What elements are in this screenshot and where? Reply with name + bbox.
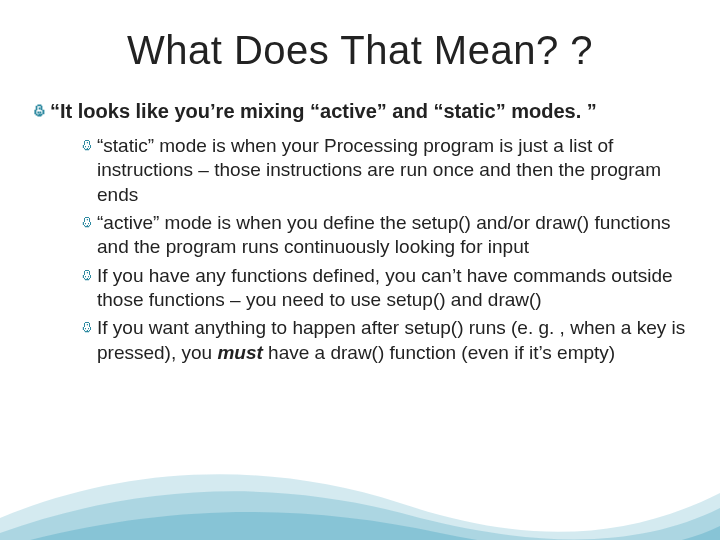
bullet-level2: ߷ If you have any functions defined, you…	[82, 264, 686, 313]
bullet-level2-text: “static” mode is when your Processing pr…	[97, 134, 686, 207]
slide: What Does That Mean? ? ߷ “It looks like …	[0, 28, 720, 540]
bullet-level2-text: If you want anything to happen after set…	[97, 316, 686, 365]
bullet-icon: ߷	[82, 134, 91, 158]
decorative-wave	[0, 448, 720, 540]
bullet-icon: ߷	[34, 99, 44, 123]
bullet-level2-text: If you have any functions defined, you c…	[97, 264, 686, 313]
slide-content: ߷ “It looks like you’re mixing “active” …	[0, 99, 720, 365]
sub-bullet-list: ߷ “static” mode is when your Processing …	[34, 134, 686, 365]
text-post: have a draw() function (even if it’s emp…	[263, 342, 615, 363]
bullet-level1: ߷ “It looks like you’re mixing “active” …	[34, 99, 686, 124]
bullet-icon: ߷	[82, 264, 91, 288]
slide-title: What Does That Mean? ?	[0, 28, 720, 73]
bullet-level2: ߷ “active” mode is when you define the s…	[82, 211, 686, 260]
bullet-icon: ߷	[82, 211, 91, 235]
bullet-level2: ߷ If you want anything to happen after s…	[82, 316, 686, 365]
bullet-icon: ߷	[82, 316, 91, 340]
bullet-level2: ߷ “static” mode is when your Processing …	[82, 134, 686, 207]
bullet-level2-text: “active” mode is when you define the set…	[97, 211, 686, 260]
bullet-level1-text: “It looks like you’re mixing “active” an…	[50, 99, 597, 124]
text-emph: must	[217, 342, 262, 363]
